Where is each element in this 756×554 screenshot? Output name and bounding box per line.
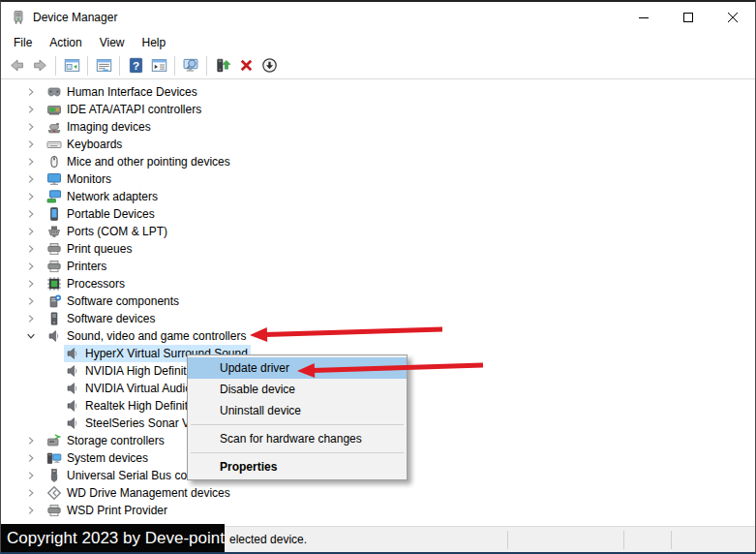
menubar-item-help[interactable]: Help [134,34,175,51]
tree-item-print-queues[interactable]: Print queues [2,240,754,258]
tree-item-label: Portable Devices [67,205,155,223]
context-menu-item-update-driver[interactable]: Update driver [188,357,407,379]
tree-item-monitors[interactable]: Monitors [2,170,754,188]
chevron-right-icon[interactable] [25,452,37,464]
uninstall-device-icon [238,57,255,74]
chevron-right-icon[interactable] [25,505,37,516]
tree-item-wd-drive-management-devices[interactable]: WD Drive Management devices [2,484,754,502]
tree-item-content: IDE ATA/ATAPI controllers [45,101,204,118]
tree-item-printers[interactable]: Printers [2,258,754,275]
chevron-right-icon[interactable] [25,470,37,481]
tree-item-processors[interactable]: Processors [2,275,754,292]
chevron-down-icon[interactable] [25,330,37,342]
toolbar-console-tree-button[interactable] [60,54,83,77]
toolbar-separator [119,56,120,76]
speaker-icon [65,381,80,396]
tree-item-content: Mice and other pointing devices [45,153,233,170]
menubar-item-view[interactable]: View [91,34,134,51]
chevron-right-icon[interactable] [25,261,37,272]
port-icon [46,224,62,239]
tree-item-label: Print queues [67,240,132,258]
chevron-right-icon[interactable] [25,86,37,98]
context-menu-item-scan-for-hardware-changes[interactable]: Scan for hardware changes [188,428,407,449]
chevron-right-icon[interactable] [25,191,37,202]
tree-item-imaging-devices[interactable]: Imaging devices [2,118,754,136]
chevron-right-icon[interactable] [25,173,37,185]
chevron-right-icon[interactable] [25,208,37,220]
chevron-right-icon[interactable] [25,121,37,133]
tree-item-content: Storage controllers [45,432,167,449]
portable-icon [46,206,62,222]
chevron-right-icon[interactable] [25,487,37,499]
toolbar-update-driver-button[interactable] [211,54,234,77]
minimize-icon [639,13,649,22]
toolbar-disable-device-button[interactable] [257,54,281,77]
printer-icon [46,259,62,274]
statusbar-separator [671,531,672,549]
toolbar-properties-button[interactable] [92,54,115,77]
tree-item-content: Realtek High Definit [64,397,191,415]
tree-item-human-interface-devices[interactable]: Human Interface Devices [2,83,754,101]
tree-item-label: Processors [67,275,125,292]
console-tree-icon [64,57,80,74]
context-menu-item-properties[interactable]: Properties [188,456,407,477]
chevron-right-icon[interactable] [25,104,37,115]
speaker-icon [65,363,80,379]
chevron-right-icon[interactable] [25,295,37,307]
tree-item-wsd-print-provider[interactable]: WSD Print Provider [2,502,754,519]
toolbar-scan-hardware-button[interactable] [179,54,202,77]
chevron-right-icon[interactable] [25,156,37,168]
tree-item-content: NVIDIA Virtual Audio [64,380,195,397]
context-menu-item-uninstall-device[interactable]: Uninstall device [188,400,407,421]
software-device-icon [46,311,62,326]
tree-item-label: WD Drive Management devices [67,484,230,502]
chevron-right-icon[interactable] [25,226,37,237]
tree-item-content: Portable Devices [45,205,158,223]
tree-item-mice-and-other-pointing-devices[interactable]: Mice and other pointing devices [2,153,754,170]
speaker-icon [65,398,80,414]
toolbar: ? [1,52,755,79]
toolbar-forward-button[interactable] [28,54,51,77]
menubar-item-file[interactable]: File [5,34,41,51]
tree-item-content: WD Drive Management devices [45,484,233,502]
chevron-right-icon[interactable] [25,278,37,290]
properties-icon [96,57,112,74]
tree-item-label: Human Interface Devices [67,83,197,101]
titlebar: Device Manager [1,2,755,32]
tree-item-label: Software components [67,292,179,310]
tree-item-label: Realtek High Definit [85,397,188,415]
tree-item-label: Software devices [67,310,155,327]
keyboard-icon [46,137,62,152]
minimize-button[interactable] [621,2,666,32]
chevron-right-icon[interactable] [25,435,37,446]
tree-item-network-adapters[interactable]: Network adapters [2,188,754,205]
printer-icon [46,503,62,518]
monitor-icon [46,171,62,187]
watermark-banner: Copyright 2023 by Deve-point.com [1,524,225,552]
tree-item-sound-video-and-game-controllers[interactable]: Sound, video and game controllers [2,327,754,345]
chevron-right-icon[interactable] [25,313,37,324]
device-manager-window: Device Manager FileActionViewHelp ? Huma… [0,0,756,554]
maximize-button[interactable] [666,2,711,32]
tree-item-label: Monitors [67,170,111,188]
tree-item-keyboards[interactable]: Keyboards [2,136,754,153]
tree-item-content: Processors [45,275,128,292]
chevron-right-icon[interactable] [25,138,37,150]
toolbar-back-button[interactable] [5,54,28,77]
tree-item-portable-devices[interactable]: Portable Devices [2,205,754,223]
tree-item-software-components[interactable]: Software components [2,292,754,310]
tree-item-ide-ata-atapi-controllers[interactable]: IDE ATA/ATAPI controllers [2,101,754,118]
tree-item-ports-com-lpt[interactable]: Ports (COM & LPT) [2,223,754,240]
toolbar-help-button[interactable]: ? [124,54,147,77]
tree-item-content: Human Interface Devices [45,83,200,101]
toolbar-separator [55,56,56,76]
toolbar-uninstall-device-button[interactable] [234,54,257,77]
tree-item-software-devices[interactable]: Software devices [2,310,754,327]
context-menu-item-disable-device[interactable]: Disable device [188,379,407,400]
software-component-icon [46,293,62,309]
menubar-item-action[interactable]: Action [41,34,90,51]
imaging-icon [46,119,62,135]
toolbar-action-pane-button[interactable] [147,54,170,77]
chevron-right-icon[interactable] [25,243,37,255]
close-button[interactable] [711,2,755,32]
